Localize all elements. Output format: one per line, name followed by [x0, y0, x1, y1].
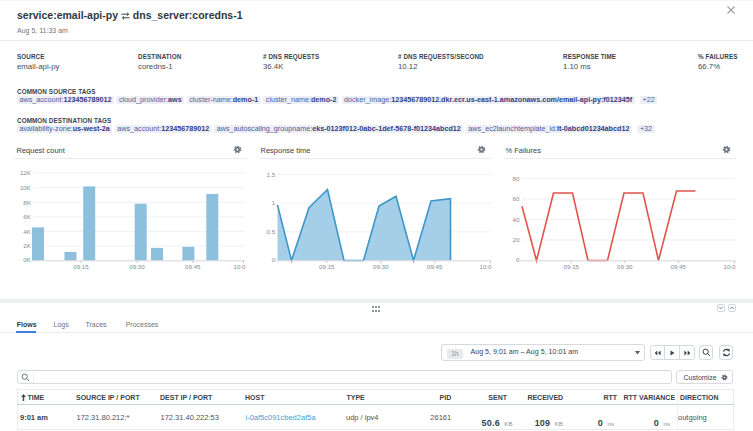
svg-text:0K: 0K: [23, 256, 31, 263]
svg-text:1: 1: [272, 199, 276, 206]
svg-text:0: 0: [272, 256, 276, 263]
svg-text:40: 40: [513, 216, 520, 223]
svg-text:09:30: 09:30: [129, 263, 145, 270]
svg-text:4K: 4K: [23, 228, 31, 235]
svg-text:10:0: 10:0: [723, 263, 736, 270]
svg-text:10:0: 10:0: [479, 263, 492, 270]
svg-text:20: 20: [513, 236, 520, 243]
svg-text:12K: 12K: [20, 169, 32, 176]
svg-text:10K: 10K: [20, 184, 32, 191]
svg-text:09:30: 09:30: [373, 263, 389, 270]
svg-text:0: 0: [516, 256, 520, 263]
svg-text:80: 80: [513, 175, 520, 182]
svg-text:09:30: 09:30: [617, 263, 633, 270]
svg-text:09:45: 09:45: [185, 263, 201, 270]
svg-text:8K: 8K: [23, 199, 31, 206]
svg-text:1.5: 1.5: [267, 171, 276, 178]
svg-text:09:45: 09:45: [671, 263, 687, 270]
svg-text:0.5: 0.5: [267, 228, 276, 235]
svg-text:60: 60: [513, 195, 520, 202]
svg-text:6K: 6K: [23, 213, 31, 220]
svg-text:09:45: 09:45: [427, 263, 443, 270]
svg-text:09:15: 09:15: [564, 263, 580, 270]
svg-text:2K: 2K: [23, 242, 31, 249]
svg-text:09:15: 09:15: [319, 263, 335, 270]
svg-text:09:15: 09:15: [73, 263, 89, 270]
svg-text:10:0: 10:0: [233, 263, 246, 270]
